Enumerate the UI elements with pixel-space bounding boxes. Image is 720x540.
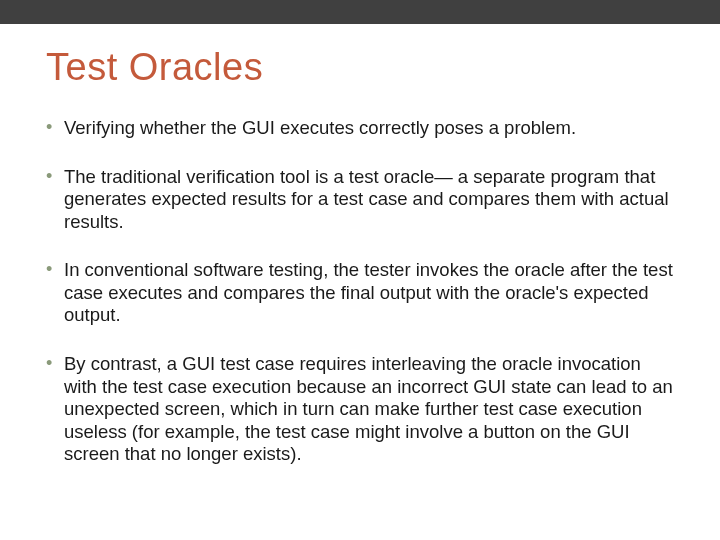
bullet-item: The traditional verification tool is a t… [46, 166, 674, 234]
bullet-list: Verifying whether the GUI executes corre… [46, 117, 674, 466]
slide-title: Test Oracles [46, 46, 674, 89]
bullet-item: By contrast, a GUI test case requires in… [46, 353, 674, 466]
top-decoration-bar [0, 0, 720, 24]
bullet-item: In conventional software testing, the te… [46, 259, 674, 327]
slide-content: Test Oracles Verifying whether the GUI e… [0, 24, 720, 512]
bullet-item: Verifying whether the GUI executes corre… [46, 117, 674, 140]
